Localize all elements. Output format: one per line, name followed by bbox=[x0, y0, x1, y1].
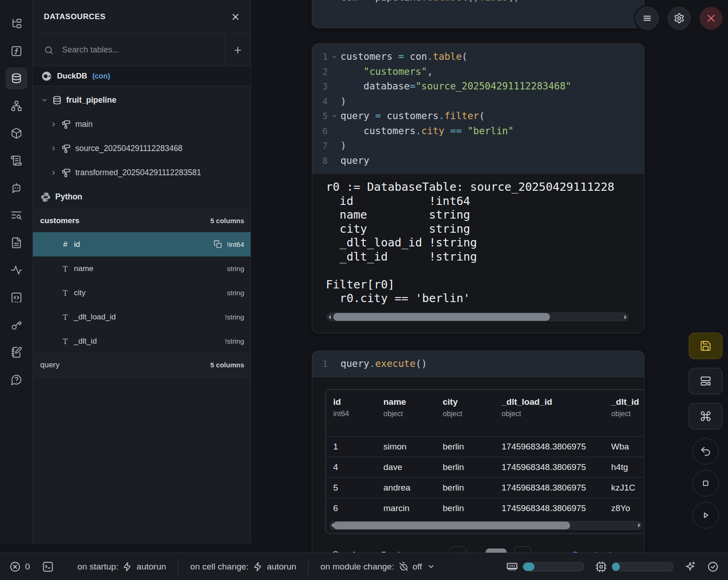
gear-button[interactable] bbox=[668, 7, 691, 30]
rail-item-help-bubble[interactable] bbox=[5, 369, 27, 391]
rail-item-bot-chat[interactable] bbox=[5, 177, 27, 199]
column-row-city[interactable]: Tcitystring bbox=[33, 281, 251, 305]
error-indicator[interactable]: 0 bbox=[9, 561, 30, 573]
code-cell-execute[interactable]: 1query.execute() idint64nameobjectcityob… bbox=[312, 350, 644, 553]
column-name: city bbox=[74, 288, 86, 298]
schema-row-transformed_202504291112283581[interactable]: transformed_202504291112283581 bbox=[33, 161, 251, 185]
column-header-_dlt_load_id[interactable]: _dlt_load_idobject bbox=[494, 390, 604, 436]
chevron-right-icon bbox=[50, 121, 57, 128]
stop-button[interactable] bbox=[692, 470, 719, 496]
rail-item-notebook-pen[interactable] bbox=[5, 341, 27, 363]
code-cell-query[interactable]: 1customers = con.table(2 "customers",3 d… bbox=[312, 43, 644, 334]
scroll-right-arrow[interactable] bbox=[624, 315, 627, 319]
rail-item-activity[interactable] bbox=[5, 259, 27, 281]
run-config-1[interactable]: on cell change:autorun bbox=[178, 562, 308, 572]
column-row-name[interactable]: Tnamestring bbox=[33, 256, 251, 281]
next-page-button[interactable] bbox=[514, 546, 531, 553]
column-header-city[interactable]: cityobject bbox=[435, 390, 494, 436]
rail-item-function-square[interactable] bbox=[5, 40, 27, 62]
table-section-query[interactable]: query5 columns bbox=[33, 353, 251, 376]
column-row-_dlt_load_id[interactable]: T_dlt_load_id!string bbox=[33, 305, 251, 329]
schema-name: main bbox=[75, 120, 93, 129]
scroll-thumb[interactable] bbox=[333, 313, 550, 321]
schema-row-main[interactable]: main bbox=[33, 112, 251, 136]
command-button[interactable] bbox=[689, 403, 723, 429]
code-line[interactable]: 1customers = con.table( bbox=[312, 49, 644, 64]
app-root: DATASOURCES DuckDB (con) fruit_pipeline … bbox=[0, 0, 728, 580]
code-line[interactable]: 2 "customers", bbox=[312, 64, 644, 79]
python-section-row[interactable]: Python bbox=[33, 185, 251, 209]
line-number: 5 bbox=[312, 109, 328, 124]
table-cell: berlin bbox=[435, 503, 494, 513]
rail-item-network[interactable] bbox=[5, 95, 27, 117]
table-row[interactable]: 1simonberlin1745968348.3806975Wba bbox=[326, 436, 644, 457]
rail-item-file-tree[interactable] bbox=[5, 13, 27, 35]
terminal-button[interactable] bbox=[42, 561, 54, 573]
zap-icon bbox=[122, 562, 132, 572]
table-row[interactable]: 5andreaberlin1745968348.3806975kzJ1C bbox=[326, 477, 644, 498]
column-row-id[interactable]: #id!int64 bbox=[33, 232, 251, 256]
table-row[interactable]: 4daveberlin1745968348.3806975h4tg bbox=[326, 457, 644, 477]
connection-row[interactable]: DuckDB (con) bbox=[33, 66, 251, 86]
run-config-0[interactable]: on startup:autorun bbox=[66, 562, 178, 572]
column-header-_dlt_id[interactable]: _dlt_idobject bbox=[604, 390, 644, 436]
code-line[interactable]: 3 database="source_202504291112283468" bbox=[312, 79, 644, 94]
schema-name: transformed_202504291112283581 bbox=[75, 168, 201, 178]
list-search-icon bbox=[10, 209, 22, 221]
column-header-id[interactable]: idint64 bbox=[326, 390, 376, 436]
code-line[interactable]: 4con = pipeline.dataset().ibis() bbox=[312, 0, 644, 5]
chevron-down-icon bbox=[331, 113, 337, 119]
connection-status-button[interactable] bbox=[707, 561, 719, 573]
table-row[interactable]: 6marcinberlin1745968348.3806975z8Yo bbox=[326, 498, 644, 518]
rail-item-key[interactable] bbox=[5, 314, 27, 336]
column-header-name[interactable]: nameobject bbox=[376, 390, 435, 436]
close-x-icon bbox=[705, 12, 717, 24]
fold-marker[interactable] bbox=[328, 54, 340, 60]
schema-row-source_202504291112283468[interactable]: source_202504291112283468 bbox=[33, 136, 251, 161]
code-line[interactable]: 1query.execute() bbox=[312, 356, 644, 371]
scroll-right-arrow[interactable] bbox=[638, 523, 640, 528]
code-line[interactable]: 6 customers.city == "berlin" bbox=[312, 124, 644, 139]
close-x-button[interactable] bbox=[700, 7, 723, 30]
memory-icon bbox=[506, 561, 518, 573]
table-footer: 4 rows, 5 columnsDownload bbox=[325, 546, 644, 553]
cpu-usage-meter bbox=[612, 562, 673, 571]
rail-item-code-snippet[interactable] bbox=[5, 287, 27, 308]
rail-item-file-text[interactable] bbox=[5, 232, 27, 254]
code-line[interactable]: 4) bbox=[312, 94, 644, 109]
ai-assist-button[interactable] bbox=[684, 561, 696, 573]
menu-button[interactable] bbox=[636, 7, 659, 30]
rail-item-scroll-text[interactable] bbox=[5, 150, 27, 172]
rail-item-database[interactable] bbox=[5, 68, 27, 89]
code-line[interactable]: 7) bbox=[312, 138, 644, 153]
save-button[interactable] bbox=[689, 333, 723, 359]
column-row-_dlt_id[interactable]: T_dlt_id!string bbox=[33, 329, 251, 353]
fold-marker[interactable] bbox=[328, 113, 340, 119]
code-text: "customers", bbox=[340, 64, 433, 79]
stop-icon bbox=[700, 477, 712, 489]
run-config-2[interactable]: on module change:off bbox=[309, 562, 446, 572]
layout-button[interactable] bbox=[689, 368, 723, 394]
undo-button[interactable] bbox=[692, 438, 719, 465]
datasources-panel: DATASOURCES DuckDB (con) fruit_pipeline … bbox=[33, 0, 251, 543]
prev-page-button[interactable] bbox=[449, 546, 466, 553]
code-cell-setup[interactable]: 3pipeline = dlt.pipeline(pipeline_name="… bbox=[312, 0, 644, 28]
rail-item-list-search[interactable] bbox=[5, 204, 27, 226]
table-cell: kzJ1C bbox=[604, 483, 644, 493]
search-input[interactable] bbox=[61, 45, 225, 55]
scroll-left-arrow[interactable] bbox=[329, 315, 331, 319]
column-header-name: name bbox=[383, 397, 435, 407]
output-h-scrollbar[interactable] bbox=[327, 313, 628, 321]
table-cell: 5 bbox=[326, 483, 376, 493]
database-row[interactable]: fruit_pipeline bbox=[33, 88, 251, 112]
table-h-scrollbar[interactable] bbox=[330, 521, 642, 530]
code-line[interactable]: 5query = customers.filter( bbox=[312, 109, 644, 124]
table-section-customers[interactable]: customers5 columns bbox=[33, 209, 251, 232]
add-datasource-button[interactable] bbox=[225, 34, 251, 66]
line-number: 6 bbox=[312, 124, 328, 139]
play-button[interactable] bbox=[692, 502, 719, 528]
scroll-thumb[interactable] bbox=[333, 522, 570, 529]
code-line[interactable]: 8query bbox=[312, 153, 644, 168]
close-panel-button[interactable] bbox=[230, 12, 241, 22]
rail-item-box[interactable] bbox=[5, 122, 27, 144]
